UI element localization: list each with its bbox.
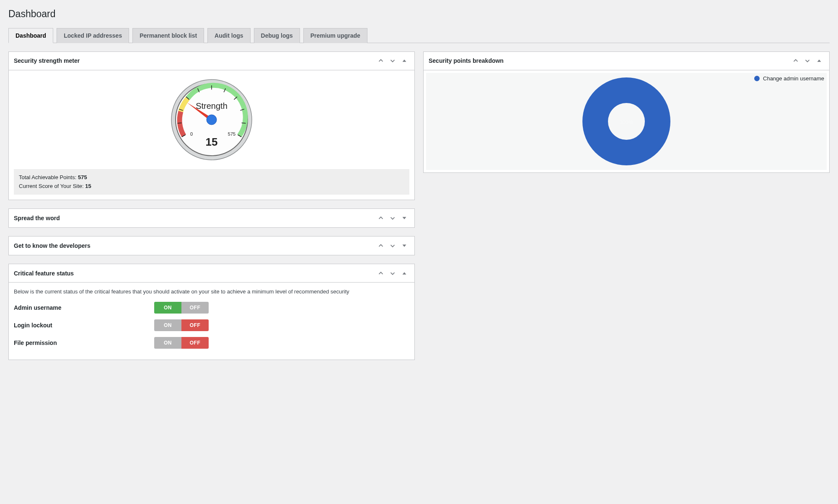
donut-chart: 100% [580,75,672,167]
current-score-value: 15 [85,183,91,189]
move-up-icon[interactable] [376,241,386,251]
toggle-expand-icon[interactable] [399,241,409,251]
tab-permanent-block[interactable]: Permanent block list [132,28,204,43]
panel-get-to-know-developers: Get to know the developers [8,236,415,255]
svg-marker-20 [403,217,406,219]
move-down-icon[interactable] [388,241,398,251]
svg-line-4 [177,123,181,123]
tab-premium-upgrade[interactable]: Premium upgrade [303,28,367,43]
score-info: Total Achievable Points: 575 Current Sco… [14,169,409,195]
move-down-icon[interactable] [388,56,398,66]
svg-marker-21 [403,245,406,247]
critical-description: Below is the current status of the criti… [14,288,409,296]
panel-title: Spread the word [14,211,60,225]
feature-row-admin-username: Admin username ON OFF [14,302,409,314]
svg-text:Strength: Strength [196,101,228,111]
move-up-icon[interactable] [376,268,386,278]
toggle-collapse-icon[interactable] [399,56,409,66]
svg-marker-23 [817,60,821,62]
toggle-off: OFF [181,319,209,331]
panel-critical-feature-status: Critical feature status Below is the cur… [8,264,415,360]
feature-label: File permission [14,339,154,346]
svg-text:575: 575 [228,131,235,136]
svg-text:100%: 100% [619,119,634,125]
panel-title: Security points breakdown [429,54,504,67]
panel-spread-the-word: Spread the word [8,208,415,228]
total-points-label: Total Achievable Points: [19,174,78,180]
svg-line-12 [242,123,246,123]
toggle-file-permission[interactable]: ON OFF [154,337,209,349]
toggle-expand-icon[interactable] [399,213,409,223]
move-up-icon[interactable] [791,56,801,66]
feature-label: Login lockout [14,322,154,329]
tab-audit-logs[interactable]: Audit logs [207,28,250,43]
move-down-icon[interactable] [388,213,398,223]
move-up-icon[interactable] [376,213,386,223]
toggle-collapse-icon[interactable] [814,56,824,66]
gauge-chart: Strength 0 575 15 [14,75,409,169]
move-up-icon[interactable] [376,56,386,66]
tab-dashboard[interactable]: Dashboard [8,28,53,43]
svg-marker-22 [403,272,406,274]
svg-text:0: 0 [190,131,193,136]
current-score-label: Current Score of Your Site: [19,183,85,189]
toggle-login-lockout[interactable]: ON OFF [154,319,209,331]
toggle-on: ON [154,302,181,314]
tab-locked-ip[interactable]: Locked IP addresses [57,28,129,43]
toggle-off: OFF [181,337,209,349]
nav-tabs: Dashboard Locked IP addresses Permanent … [8,28,830,43]
feature-label: Admin username [14,304,154,311]
toggle-on: ON [154,319,181,331]
svg-marker-0 [403,60,406,62]
move-down-icon[interactable] [802,56,812,66]
panel-title: Security strength meter [14,54,80,67]
total-points-value: 575 [78,174,87,180]
toggle-admin-username[interactable]: ON OFF [154,302,209,314]
tab-debug-logs[interactable]: Debug logs [254,28,300,43]
feature-row-file-permission: File permission ON OFF [14,337,409,349]
page-title: Dashboard [8,4,830,22]
toggle-off: OFF [181,302,209,314]
toggle-collapse-icon[interactable] [399,268,409,278]
feature-row-login-lockout: Login lockout ON OFF [14,319,409,331]
toggle-on: ON [154,337,181,349]
svg-point-19 [207,115,217,125]
panel-security-points-breakdown: Security points breakdown Change admin u… [423,51,830,173]
panel-title: Get to know the developers [14,239,91,252]
panel-security-strength-meter: Security strength meter [8,51,415,201]
move-down-icon[interactable] [388,268,398,278]
svg-text:15: 15 [206,136,218,148]
panel-title: Critical feature status [14,267,74,280]
